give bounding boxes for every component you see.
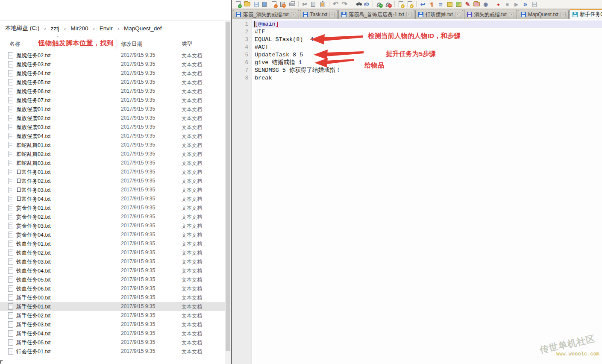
undo-button[interactable]: ↶: [331, 0, 340, 8]
macro-record-button[interactable]: ●: [494, 0, 503, 8]
tab[interactable]: 落霞_消失的戒指.txt×: [233, 10, 299, 19]
table-row[interactable]: 魔族侵袭01.txt2017/9/15 9:35文本文档: [0, 105, 225, 114]
table-row[interactable]: 魔魇任务05.txt2017/9/15 9:35文本文档: [0, 78, 225, 87]
save-button[interactable]: [252, 0, 261, 8]
copy-icon: [311, 2, 315, 7]
table-row[interactable]: 魔魇任务06.txt2017/9/15 9:35文本文档: [0, 87, 225, 96]
floppy-label: [237, 12, 240, 14]
table-row[interactable]: 魔族侵袭02.txt2017/9/15 9:35文本文档: [0, 114, 225, 123]
table-row[interactable]: 日常任务01.txt2017/9/15 9:35文本文档: [0, 167, 225, 176]
column-header-date[interactable]: 修改日期: [121, 41, 142, 48]
file-modified-date: 2017/9/15 9:35: [121, 97, 155, 103]
copy-button[interactable]: [309, 0, 318, 8]
sync-vertical-scroll-button[interactable]: ▪: [396, 0, 405, 8]
indent-guide-button[interactable]: ≡: [436, 0, 445, 8]
table-row[interactable]: 赏金任务04.txt2017/9/15 9:35文本文档: [0, 230, 225, 239]
close-all-button[interactable]: −: [279, 0, 288, 8]
print-button[interactable]: [288, 0, 297, 8]
table-row[interactable]: 群蛇乱舞03.txt2017/9/15 9:35文本文档: [0, 159, 225, 167]
scrollbar-thumb[interactable]: [226, 22, 230, 351]
table-row[interactable]: 赏金任务02.txt2017/9/15 9:35文本文档: [0, 212, 225, 221]
table-row[interactable]: 日常任务04.txt2017/9/15 9:35文本文档: [0, 194, 225, 203]
table-row[interactable]: 魔族侵袭03.txt2017/9/15 9:35文本文档: [0, 123, 225, 132]
zoom-out-button[interactable]: −: [384, 0, 393, 8]
user-language-button[interactable]: ✎: [463, 0, 472, 8]
table-row[interactable]: 铁血任务06.txt2017/9/15 9:35文本文档: [0, 284, 225, 293]
code-text[interactable]: [@main]#IFEQUAL $Task(8) 4#ACTUpdateTask…: [255, 21, 341, 82]
table-row[interactable]: 铁血任务02.txt2017/9/15 9:35文本文档: [0, 248, 225, 257]
breadcrumb-segment[interactable]: 本地磁盘 (C:): [4, 23, 40, 33]
tab-close-icon[interactable]: ×: [329, 12, 335, 17]
tab[interactable]: 落霞岛_首饰店店员-1.txt×: [338, 10, 414, 19]
table-row[interactable]: 新手任务05.txt2017/9/15 9:35文本文档: [0, 338, 225, 347]
tab[interactable]: Task.txt×: [300, 10, 338, 19]
table-row[interactable]: 群蛇乱舞02.txt2017/9/15 9:35文本文档: [0, 150, 225, 159]
table-row[interactable]: 赏金任务03.txt2017/9/15 9:35文本文档: [0, 221, 225, 230]
folder-workspace-button[interactable]: [472, 0, 481, 8]
table-row[interactable]: 铁血任务01.txt2017/9/15 9:35文本文档: [0, 239, 225, 248]
breadcrumb-segment[interactable]: zztj: [50, 24, 60, 32]
table-row[interactable]: 新手任务04.txt2017/9/15 9:35文本文档: [0, 329, 225, 338]
table-row[interactable]: 魔族侵袭04.txt2017/9/15 9:35文本文档: [0, 132, 225, 141]
table-row[interactable]: 新手任务01.txt2017/9/15 9:35文本文档: [0, 302, 225, 311]
word-wrap-button[interactable]: ↩: [418, 0, 427, 8]
table-row[interactable]: 魔魇任务07.txt2017/9/15 9:35文本文档: [0, 96, 225, 105]
editor-content[interactable]: 12345678 [@main]#IFEQUAL $Task(8) 4#ACTU…: [232, 19, 602, 364]
breadcrumb-segment[interactable]: MapQuest_def: [123, 24, 163, 32]
save-all-button[interactable]: [261, 0, 270, 8]
monitoring-button[interactable]: ◉: [481, 0, 490, 8]
table-row[interactable]: 新手任务03.txt2017/9/15 9:35文本文档: [0, 320, 225, 329]
tab[interactable]: 打听摆摊.txt×: [415, 10, 463, 19]
table-row[interactable]: 新手任务02.txt2017/9/15 9:35文本文档: [0, 311, 225, 320]
table-row[interactable]: 魔魇任务02.txt2017/9/15 9:35文本文档: [0, 51, 225, 60]
tab-close-icon[interactable]: ×: [406, 12, 411, 17]
explorer-vertical-scrollbar[interactable]: [225, 20, 231, 364]
close-button[interactable]: −: [270, 0, 279, 8]
redo-button[interactable]: ↷: [340, 0, 349, 8]
tab-close-icon[interactable]: ×: [291, 12, 296, 17]
macro-save-button[interactable]: [530, 0, 539, 8]
sync-horizontal-scroll-button[interactable]: ▪: [405, 0, 414, 8]
floppy-label: [304, 12, 307, 14]
table-row[interactable]: 魔魇任务04.txt2017/9/15 9:35文本文档: [0, 69, 225, 78]
file-modified-date: 2017/9/15 9:35: [121, 70, 155, 76]
cut-icon: ✂: [302, 1, 308, 7]
open-file-button[interactable]: [243, 0, 252, 8]
macro-stop-button[interactable]: ■: [503, 0, 512, 8]
table-row[interactable]: 赏金任务01.txt2017/9/15 9:35文本文档: [0, 203, 225, 212]
tab-close-icon[interactable]: ×: [509, 12, 514, 17]
file-modified-date: 2017/9/15 9:35: [121, 133, 155, 139]
tab-close-icon[interactable]: ×: [455, 12, 460, 17]
tab-close-icon[interactable]: ×: [561, 12, 566, 17]
replace-button[interactable]: ab: [362, 0, 371, 8]
show-all-characters-button[interactable]: ¶: [427, 0, 436, 8]
find-button[interactable]: [353, 0, 362, 8]
breadcrumb-segment[interactable]: Mir200: [70, 24, 89, 32]
breadcrumb-segment[interactable]: Envir: [99, 24, 114, 32]
table-row[interactable]: 铁血任务03.txt2017/9/15 9:35文本文档: [0, 257, 225, 266]
macro-run-multi-button[interactable]: »: [521, 0, 530, 8]
zoom-in-button[interactable]: +: [375, 0, 384, 8]
new-file-button[interactable]: +: [234, 0, 243, 8]
macro-play-button[interactable]: ▶: [512, 0, 521, 8]
table-row[interactable]: 群蛇乱舞01.txt2017/9/15 9:35文本文档: [0, 141, 225, 150]
function-list-button[interactable]: [454, 0, 463, 8]
table-row[interactable]: 铁血任务05.txt2017/9/15 9:35文本文档: [0, 275, 225, 284]
paste-button[interactable]: [318, 0, 327, 8]
tab[interactable]: MapQuest.txt×: [518, 10, 569, 19]
doc-map-button[interactable]: [445, 0, 454, 8]
tab-active[interactable]: 新手任务01.txt×: [570, 9, 602, 19]
table-row[interactable]: 魔魇任务03.txt2017/9/15 9:35文本文档: [0, 60, 225, 69]
table-row[interactable]: 日常任务03.txt2017/9/15 9:35文本文档: [0, 185, 225, 194]
tab[interactable]: 消失的戒指.txt×: [464, 10, 517, 19]
table-row[interactable]: 行会任务01.txt2017/9/15 9:35文本文档: [0, 347, 225, 356]
table-row[interactable]: 新手任务00.txt2017/9/15 9:35文本文档: [0, 293, 225, 302]
table-row[interactable]: 日常任务02.txt2017/9/15 9:35文本文档: [0, 176, 225, 185]
tab-file-icon: [467, 12, 472, 17]
column-header-name[interactable]: 名称: [9, 41, 20, 48]
text-file-icon: [8, 267, 13, 274]
cut-button[interactable]: ✂: [300, 0, 309, 8]
table-row[interactable]: 铁血任务04.txt2017/9/15 9:35文本文档: [0, 266, 225, 275]
file-modified-date: 2017/9/15 9:35: [121, 321, 155, 327]
column-header-type[interactable]: 类型: [182, 41, 192, 48]
